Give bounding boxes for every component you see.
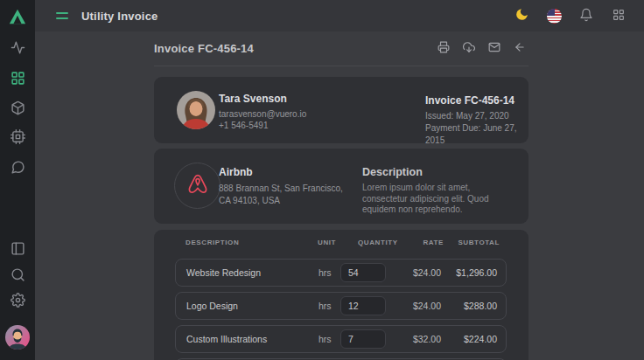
user-avatar-image bbox=[5, 325, 30, 350]
item-rate: $24.00 bbox=[413, 293, 441, 319]
column-unit: UNIT bbox=[318, 239, 336, 246]
print-button[interactable] bbox=[437, 42, 451, 56]
invoice-meta: Invoice FC-456-14 Issued: May 27, 2020 P… bbox=[425, 94, 528, 147]
box-icon bbox=[10, 100, 25, 118]
icon-sidebar bbox=[0, 0, 35, 360]
sidebar-item-elements[interactable] bbox=[0, 128, 35, 149]
invoice-actions bbox=[437, 42, 528, 56]
envelope-icon bbox=[488, 41, 500, 56]
invoice-header: Invoice FC-456-14 bbox=[154, 31, 528, 66]
us-flag-icon bbox=[547, 9, 562, 24]
main-content: Invoice FC-456-14 bbox=[35, 31, 644, 360]
dark-mode-toggle[interactable] bbox=[510, 4, 533, 27]
sidebar-item-activity[interactable] bbox=[0, 38, 35, 59]
item-subtotal: $1,296.00 bbox=[456, 260, 497, 286]
activity-icon bbox=[10, 40, 25, 58]
column-subtotal: SUBTOTAL bbox=[458, 239, 500, 246]
chat-bubble-icon bbox=[10, 160, 25, 177]
layout-panel-icon bbox=[10, 241, 25, 259]
search-icon bbox=[10, 267, 25, 285]
client-address-line2: CA 94103, USA bbox=[219, 195, 343, 207]
invoice-due-date: Payment Due: June 27, 2015 bbox=[425, 122, 528, 147]
app-logo[interactable] bbox=[0, 5, 35, 30]
client-card: Airbnb 888 Brannan St, San Francisco, CA… bbox=[154, 149, 528, 224]
logo-triangle-icon bbox=[8, 7, 27, 29]
item-subtotal: $224.00 bbox=[464, 326, 497, 352]
sidebar-user-avatar[interactable] bbox=[5, 325, 30, 350]
client-name: Airbnb bbox=[219, 166, 343, 178]
invoice-issued-date: Issued: May 27, 2020 bbox=[425, 110, 528, 122]
bell-icon bbox=[579, 8, 593, 24]
cloud-download-icon bbox=[463, 41, 475, 56]
sender-avatar bbox=[177, 91, 215, 129]
navbar-actions bbox=[510, 0, 630, 31]
item-unit: hrs bbox=[318, 293, 332, 319]
sidebar-item-messages[interactable] bbox=[0, 158, 35, 179]
client-logo-circle bbox=[174, 163, 220, 209]
airbnb-logo-icon bbox=[185, 171, 211, 201]
language-selector[interactable] bbox=[542, 4, 565, 27]
notifications-button[interactable] bbox=[575, 4, 598, 27]
send-email-button[interactable] bbox=[487, 42, 501, 56]
invoice-items-card: DESCRIPTION UNIT QUANTITY RATE SUBTOTAL … bbox=[154, 230, 528, 360]
invoice-description: Description Lorem ipsum dolor sit amet, … bbox=[362, 166, 516, 216]
quantity-input[interactable] bbox=[340, 296, 386, 315]
table-row: Custom Illustrations hrs $32.00 $224.00 bbox=[175, 325, 507, 353]
item-description: Website Redesign bbox=[186, 260, 261, 286]
sidebar-item-panels[interactable] bbox=[0, 239, 35, 260]
sidebar-item-dashboard[interactable] bbox=[0, 69, 35, 90]
back-button[interactable] bbox=[513, 42, 527, 56]
sender-name: Tara Svenson bbox=[219, 93, 306, 105]
invoice-number-title: Invoice FC-456-14 bbox=[154, 42, 254, 55]
apps-grid-icon bbox=[612, 8, 626, 24]
description-title: Description bbox=[362, 166, 516, 178]
sidebar-item-components[interactable] bbox=[0, 99, 35, 120]
cpu-icon bbox=[10, 129, 25, 147]
dashboard-grid-icon bbox=[10, 71, 25, 88]
column-rate: RATE bbox=[423, 239, 444, 246]
sidebar-item-search[interactable] bbox=[0, 266, 35, 287]
item-unit: hrs bbox=[318, 260, 332, 286]
billed-from-card: Tara Svenson tarasvenson@vuero.io +1 546… bbox=[154, 77, 528, 143]
item-unit: hrs bbox=[318, 326, 332, 352]
client-details: Airbnb 888 Brannan St, San Francisco, CA… bbox=[219, 166, 343, 207]
item-rate: $32.00 bbox=[413, 326, 441, 352]
top-navbar: Utility Invoice bbox=[35, 0, 644, 31]
sender-details: Tara Svenson tarasvenson@vuero.io +1 546… bbox=[219, 93, 306, 131]
page-title: Utility Invoice bbox=[81, 10, 158, 23]
table-header: DESCRIPTION UNIT QUANTITY RATE SUBTOTAL bbox=[154, 239, 528, 253]
download-button[interactable] bbox=[462, 42, 476, 56]
client-address-line1: 888 Brannan St, San Francisco, bbox=[219, 183, 343, 195]
printer-icon bbox=[438, 41, 450, 56]
sidebar-item-settings[interactable] bbox=[0, 291, 35, 312]
sender-email: tarasvenson@vuero.io bbox=[219, 108, 306, 120]
table-row: Logo Design hrs $24.00 $288.00 bbox=[175, 292, 507, 320]
item-description: Custom Illustrations bbox=[186, 326, 267, 352]
column-description: DESCRIPTION bbox=[186, 239, 239, 246]
gear-icon bbox=[10, 293, 25, 310]
invoice-meta-number: Invoice FC-456-14 bbox=[425, 94, 528, 107]
table-row: Website Redesign hrs $24.00 $1,296.00 bbox=[175, 259, 507, 287]
arrow-left-icon bbox=[514, 41, 526, 56]
column-quantity: QUANTITY bbox=[358, 239, 398, 246]
menu-toggle-button[interactable] bbox=[56, 10, 70, 21]
item-subtotal: $288.00 bbox=[464, 293, 497, 319]
quantity-input[interactable] bbox=[340, 329, 386, 349]
description-body: Lorem ipsum dolor sit amet, consectetur … bbox=[362, 183, 516, 216]
quantity-input[interactable] bbox=[340, 263, 386, 282]
sender-phone: +1 546-5491 bbox=[219, 120, 306, 131]
moon-icon bbox=[514, 7, 529, 24]
item-description: Logo Design bbox=[186, 293, 238, 319]
apps-menu-button[interactable] bbox=[607, 4, 630, 27]
item-rate: $24.00 bbox=[413, 260, 441, 286]
app-window: Utility Invoice Invoice FC-456-14 bbox=[0, 0, 644, 360]
